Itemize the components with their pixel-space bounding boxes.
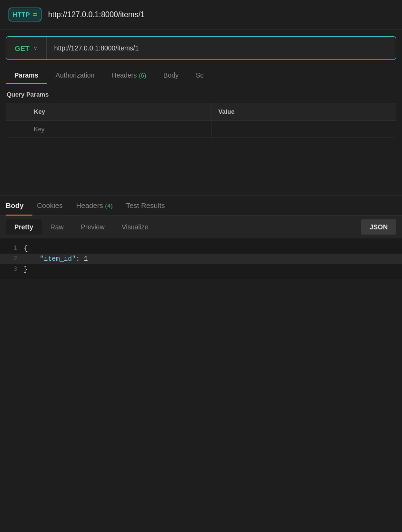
code-colon: : 1 [76,255,88,263]
format-tab-raw[interactable]: Raw [42,219,72,235]
request-bar: GET ∨ [6,36,396,60]
format-tabs: Pretty Raw Preview Visualize JSON [0,216,402,238]
response-tab-headers[interactable]: Headers (4) [76,196,121,215]
method-text: GET [15,44,30,52]
response-tab-test-results[interactable]: Test Results [126,196,173,215]
method-selector[interactable]: GET ∨ [6,37,47,59]
table-value-header: Value [212,103,396,120]
tab-authorization[interactable]: Authorization [47,67,103,84]
format-tab-preview[interactable]: Preview [72,219,113,235]
code-line-2: 2 "item_id": 1 [0,254,402,264]
line-number-1: 1 [0,245,24,252]
tab-body[interactable]: Body [155,67,187,84]
url-input[interactable] [47,44,396,52]
http-badge-text: HTTP [13,11,30,18]
code-content-3: } [24,266,402,273]
http-badge: HTTP ⇄ [9,8,41,21]
format-tab-pretty[interactable]: Pretty [6,219,42,235]
format-tab-visualize[interactable]: Visualize [113,219,157,235]
table-row-check[interactable] [6,121,27,138]
query-params-header: Query Params [0,84,402,103]
code-line-3: 3 } [0,264,402,275]
code-content-2: "item_id": 1 [24,255,402,263]
top-bar-url: http://127.0.0.1:8000/items/1 [48,10,145,19]
request-tabs: Params Authorization Headers (6) Body Sc [0,67,402,84]
table-check-header [6,103,27,120]
tab-headers[interactable]: Headers (6) [103,67,155,84]
headers-badge: (6) [139,72,146,79]
code-key-item-id: "item_id" [40,255,76,263]
response-tabs: Body Cookies Headers (4) Test Results [0,195,402,216]
code-area: 1 { 2 "item_id": 1 3 } [0,238,402,279]
table-row-key[interactable]: Key [27,121,212,138]
code-content-1: { [24,245,402,252]
response-section: Body Cookies Headers (4) Test Results Pr… [0,195,402,279]
tab-scripts[interactable]: Sc [187,67,212,84]
response-headers-badge: (4) [105,202,113,209]
format-tab-json[interactable]: JSON [361,219,396,235]
table-row-value[interactable] [212,121,396,138]
table-header-row: Key Value [6,103,396,120]
line-number-3: 3 [0,266,24,273]
http-arrows-icon: ⇄ [33,11,37,18]
line-number-2: 2 [0,255,24,262]
dropdown-arrow-icon: ∨ [33,45,38,51]
code-line-1: 1 { [0,243,402,254]
response-tab-cookies[interactable]: Cookies [37,196,71,215]
params-table: Key Value Key [6,103,396,138]
tab-params[interactable]: Params [6,67,47,84]
top-bar: HTTP ⇄ http://127.0.0.1:8000/items/1 [0,0,402,30]
table-row: Key [6,120,396,138]
table-key-header: Key [27,103,212,120]
response-tab-body[interactable]: Body [6,196,32,215]
